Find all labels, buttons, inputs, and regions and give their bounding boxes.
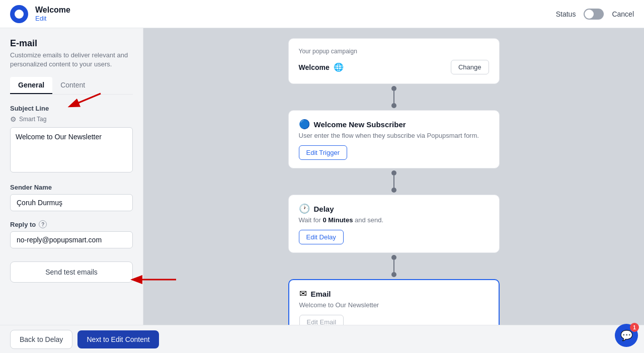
edit-delay-button[interactable]: Edit Delay <box>299 230 344 244</box>
flow-line-2 <box>288 168 500 195</box>
globe-icon: 🌐 <box>334 62 344 72</box>
header-right: Status Cancel <box>556 9 634 20</box>
delay-card-header: 🕐 Delay <box>299 203 489 214</box>
trigger-card-header: 🔵 Welcome New Subscriber <box>299 119 489 130</box>
page-title: Welcome <box>35 6 70 15</box>
delay-title: Delay <box>314 205 334 213</box>
tab-content[interactable]: Content <box>52 77 93 94</box>
flow-dot-5 <box>391 255 396 260</box>
subject-line-input[interactable]: Welcome to Our Newsletter <box>10 127 133 172</box>
flow-vert-2 <box>393 175 394 188</box>
flow-dot-3 <box>391 170 396 175</box>
chat-icon: 💬 <box>620 329 633 341</box>
smart-tag-icon: ⚙ <box>10 115 17 123</box>
edit-trigger-button[interactable]: Edit Trigger <box>299 145 347 160</box>
logo-inner <box>15 10 24 19</box>
smart-tag-row[interactable]: ⚙ Smart Tag <box>10 115 133 123</box>
delay-desc-value: 0 Minutes <box>323 216 353 224</box>
email-desc: Welcome to Our Newsletter <box>299 301 489 309</box>
sender-name-input[interactable] <box>10 194 133 211</box>
delay-desc: Wait for 0 Minutes and send. <box>299 216 489 224</box>
sender-name-group: Sender Name <box>10 184 133 211</box>
main-layout: E-mail Customize emails to deliver relev… <box>0 28 644 353</box>
status-toggle[interactable] <box>584 9 604 20</box>
sender-name-label: Sender Name <box>10 184 133 191</box>
reply-to-label: Reply to ? <box>10 220 133 228</box>
app-logo <box>10 5 28 23</box>
reply-to-group: Reply to ? <box>10 220 133 248</box>
reply-to-text: Reply to <box>10 221 36 228</box>
flow-container: Your popup campaign Welcome 🌐 Change <box>288 38 500 338</box>
header: Welcome Edit Status Cancel <box>0 0 644 28</box>
toggle-knob <box>585 10 594 19</box>
smart-tag-label: Smart Tag <box>19 116 46 123</box>
flow-line-3 <box>288 253 500 279</box>
flow-vert-3 <box>393 260 394 272</box>
section-desc: Customize emails to deliver relevant and… <box>10 51 133 69</box>
flow-dot-4 <box>391 188 396 193</box>
flow-dot-6 <box>391 272 396 277</box>
campaign-card: Your popup campaign Welcome 🌐 Change <box>288 38 500 84</box>
email-icon: ✉ <box>299 288 307 299</box>
bottom-bar: Back to Delay Next to Edit Content <box>0 325 644 353</box>
chat-bubble[interactable]: 💬 1 <box>615 324 638 347</box>
campaign-label: Your popup campaign <box>299 48 489 55</box>
tab-bar: General Content <box>10 77 133 95</box>
edit-link[interactable]: Edit <box>35 15 70 22</box>
trigger-card: 🔵 Welcome New Subscriber User enter the … <box>288 110 500 168</box>
flow-dot-1 <box>391 86 396 91</box>
trigger-desc: User enter the flow when they subscribe … <box>299 132 489 139</box>
subject-line-label: Subject Line <box>10 105 133 112</box>
flow-dot-2 <box>391 103 396 108</box>
trigger-icon: 🔵 <box>299 119 310 130</box>
campaign-name: Welcome 🌐 <box>299 62 344 72</box>
campaign-row: Welcome 🌐 Change <box>299 60 489 74</box>
email-title: Email <box>311 290 331 298</box>
send-test-button[interactable]: Send test emails <box>10 261 133 283</box>
chat-badge: 1 <box>630 323 639 332</box>
tab-general[interactable]: General <box>10 77 52 94</box>
clock-icon: 🕐 <box>299 203 310 214</box>
trigger-title: Welcome New Subscriber <box>314 120 406 129</box>
cancel-button[interactable]: Cancel <box>612 10 634 18</box>
subject-line-group: Subject Line ⚙ Smart Tag Welcome to Our … <box>10 105 133 174</box>
flow-line-1 <box>288 84 500 110</box>
change-button[interactable]: Change <box>451 60 489 74</box>
email-card-header: ✉ Email <box>299 288 489 299</box>
delay-desc-suffix: and send. <box>355 216 383 224</box>
right-panel: Your popup campaign Welcome 🌐 Change <box>143 28 644 353</box>
reply-to-input[interactable] <box>10 231 133 248</box>
back-button[interactable]: Back to Delay <box>10 330 72 349</box>
left-panel: E-mail Customize emails to deliver relev… <box>0 28 143 353</box>
campaign-name-text: Welcome <box>299 63 330 71</box>
next-button[interactable]: Next to Edit Content <box>77 330 158 348</box>
section-title: E-mail <box>10 38 133 49</box>
help-icon[interactable]: ? <box>39 220 47 228</box>
flow-vert-1 <box>393 91 394 103</box>
status-label: Status <box>556 10 576 18</box>
header-title-block: Welcome Edit <box>35 6 70 22</box>
delay-desc-prefix: Wait for <box>299 216 323 224</box>
delay-card: 🕐 Delay Wait for 0 Minutes and send. Edi… <box>288 195 500 253</box>
